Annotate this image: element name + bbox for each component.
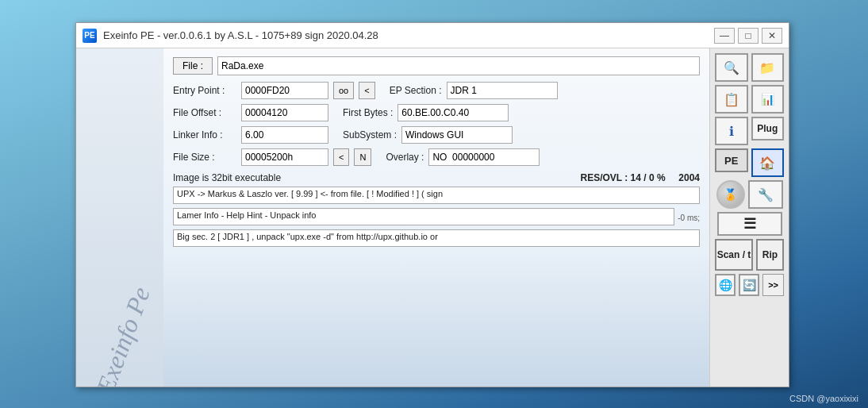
log-line-1: UPX -> Markus & Laszlo ver. [ 9.99 ] <- … bbox=[173, 187, 700, 204]
left-decoration: Exeinfo Pe bbox=[76, 48, 163, 387]
file-size-input[interactable] bbox=[241, 148, 328, 166]
titlebar-left: PE Exeinfo PE - ver.0.0.6.1 by A.S.L - 1… bbox=[83, 29, 378, 43]
file-offset-row: File Offset : First Bytes : bbox=[173, 104, 700, 121]
form-area: File : Entry Point : oo < EP Section : F… bbox=[163, 48, 709, 387]
titlebar-buttons: — □ ✕ bbox=[714, 28, 782, 44]
rp-row-5: 🏅 🔧 bbox=[715, 180, 784, 209]
entry-point-row: Entry Point : oo < EP Section : bbox=[173, 82, 700, 99]
maximize-button[interactable]: □ bbox=[738, 28, 759, 44]
window-title: Exeinfo PE - ver.0.0.6.1 by A.S.L - 1075… bbox=[103, 29, 378, 41]
file-input[interactable] bbox=[217, 56, 700, 75]
rp-row-3: ℹ Plug bbox=[715, 117, 784, 145]
linker-info-input[interactable] bbox=[241, 126, 328, 144]
file-size-n-button[interactable]: N bbox=[354, 148, 371, 166]
rp-row-7: Scan / t Rip bbox=[715, 239, 784, 271]
rp-row-8: 🌐 🔄 >> bbox=[715, 274, 784, 296]
window-content: Exeinfo Pe File : Entry Point : oo < EP … bbox=[76, 48, 789, 387]
search-icon: 🔍 bbox=[724, 60, 739, 75]
ep-section-input[interactable] bbox=[447, 82, 558, 99]
entry-point-label: Entry Point : bbox=[173, 85, 236, 96]
linker-info-row: Linker Info : SubSystem : bbox=[173, 126, 700, 144]
list-icon: 📋 bbox=[724, 92, 739, 107]
medal-icon: 🏅 bbox=[716, 180, 745, 209]
overlay-input[interactable] bbox=[428, 148, 540, 166]
lines-button[interactable]: ☰ bbox=[717, 212, 782, 236]
file-row: File : bbox=[173, 56, 700, 75]
first-bytes-group: First Bytes : bbox=[343, 104, 509, 121]
ep-section-label: EP Section : bbox=[390, 85, 442, 96]
arrow-right-button[interactable]: >> bbox=[762, 274, 784, 296]
log-line-2: Lamer Info - Help Hint - Unpack info bbox=[173, 208, 674, 225]
app-icon: PE bbox=[83, 29, 97, 43]
home-icon: 🏠 bbox=[759, 156, 775, 171]
subsystem-group: SubSystem : bbox=[343, 126, 513, 144]
close-button[interactable]: ✕ bbox=[762, 28, 782, 44]
globe-icon: 🌐 bbox=[719, 279, 732, 291]
main-window: PE Exeinfo PE - ver.0.0.6.1 by A.S.L - 1… bbox=[75, 22, 789, 387]
wrench-icon: 🔧 bbox=[758, 187, 774, 202]
overlay-group: Overlay : bbox=[386, 148, 540, 166]
rp-row-6: ☰ bbox=[715, 212, 784, 236]
first-bytes-input[interactable] bbox=[398, 104, 509, 121]
chart-button[interactable]: 📊 bbox=[751, 85, 785, 114]
home-button[interactable]: 🏠 bbox=[751, 148, 785, 177]
globe-button[interactable]: 🌐 bbox=[715, 274, 735, 296]
entry-point-input[interactable] bbox=[241, 82, 328, 99]
overlay-label: Overlay : bbox=[386, 152, 424, 163]
subsystem-input[interactable] bbox=[401, 126, 513, 144]
info-row: Image is 32bit executable RES/OVL : 14 /… bbox=[173, 172, 700, 183]
image-info-text: Image is 32bit executable bbox=[173, 172, 281, 183]
file-size-label: File Size : bbox=[173, 152, 236, 163]
lines-icon: ☰ bbox=[743, 215, 756, 233]
folder-icon: 📁 bbox=[759, 60, 775, 75]
file-button[interactable]: File : bbox=[173, 57, 213, 75]
file-size-arrow-button[interactable]: < bbox=[333, 148, 349, 166]
first-bytes-label: First Bytes : bbox=[343, 107, 393, 118]
res-ovl-label: RES/OVL : 14 / 0 % bbox=[580, 172, 665, 183]
file-offset-label: File Offset : bbox=[173, 107, 236, 118]
wrench-button[interactable]: 🔧 bbox=[748, 180, 783, 209]
year-text: 2004 bbox=[678, 172, 700, 183]
list-button[interactable]: 📋 bbox=[715, 85, 748, 114]
oo-button[interactable]: oo bbox=[333, 82, 354, 99]
credit-text: CSDN @yaoxixixi bbox=[789, 394, 858, 403]
app-icon-text: PE bbox=[84, 31, 94, 40]
search-button[interactable]: 🔍 bbox=[715, 53, 748, 82]
rp-row-4: PE 🏠 bbox=[715, 148, 784, 177]
refresh-icon: 🔄 bbox=[743, 279, 756, 291]
linker-info-label: Linker Info : bbox=[173, 129, 236, 140]
pe-button[interactable]: PE bbox=[715, 148, 748, 172]
subsystem-label: SubSystem : bbox=[343, 129, 397, 140]
refresh-button[interactable]: 🔄 bbox=[739, 274, 759, 296]
rip-button[interactable]: Rip bbox=[756, 239, 784, 271]
file-offset-input[interactable] bbox=[241, 104, 328, 121]
rp-row-2: 📋 📊 bbox=[715, 85, 784, 114]
minimize-button[interactable]: — bbox=[714, 28, 735, 44]
folder-button[interactable]: 📁 bbox=[751, 53, 785, 82]
plug-button[interactable]: Plug bbox=[751, 117, 785, 140]
watermark: Exeinfo Pe bbox=[91, 283, 156, 387]
titlebar: PE Exeinfo PE - ver.0.0.6.1 by A.S.L - 1… bbox=[76, 23, 789, 48]
ep-section-group: EP Section : bbox=[390, 82, 558, 99]
chart-icon: 📊 bbox=[761, 93, 774, 106]
log-line-3: Big sec. 2 [ JDR1 ] , unpack "upx.exe -d… bbox=[173, 229, 700, 247]
arrow-ep-button[interactable]: < bbox=[359, 82, 374, 99]
timer-text: -0 ms; bbox=[678, 214, 700, 222]
right-panel: 🔍 📁 📋 📊 ℹ Plug bbox=[709, 48, 789, 387]
res-ovl-text: RES/OVL : 14 / 0 % 2004 bbox=[580, 172, 700, 183]
file-size-row: File Size : < N Overlay : bbox=[173, 148, 700, 166]
rp-row-1: 🔍 📁 bbox=[715, 53, 784, 82]
scan-button[interactable]: Scan / t bbox=[715, 239, 753, 271]
info-icon: ℹ bbox=[729, 124, 734, 139]
info-button[interactable]: ℹ bbox=[715, 117, 748, 145]
